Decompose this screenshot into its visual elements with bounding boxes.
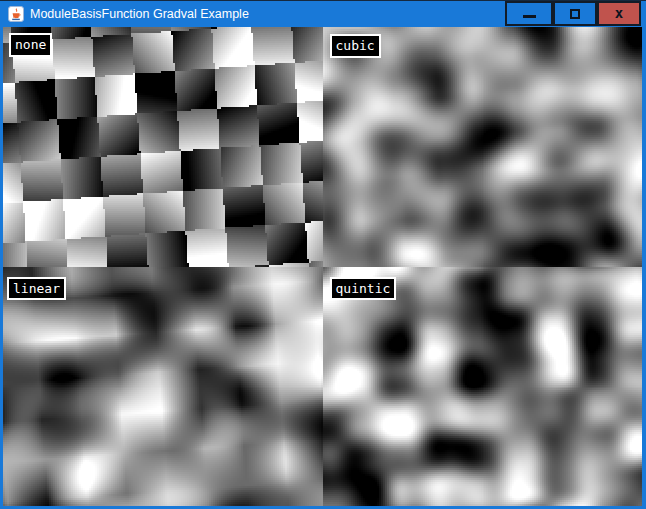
maximize-icon [570,9,580,19]
noise-canvas-linear [3,267,323,507]
noise-canvas-quintic [323,267,643,507]
noise-canvas-none [3,27,323,267]
noise-panel-none: none [3,27,323,267]
noise-canvas-cubic [323,27,643,267]
titlebar[interactable]: ModuleBasisFunction Gradval Example x [0,1,646,27]
window-title: ModuleBasisFunction Gradval Example [30,1,249,27]
app-window: ModuleBasisFunction Gradval Example x no… [0,0,646,509]
close-button[interactable]: x [597,1,641,26]
panel-label-none: none [9,33,52,57]
minimize-icon [523,15,536,18]
panel-label-linear: linear [7,277,66,301]
close-icon: x [615,6,623,20]
panel-label-cubic: cubic [330,34,381,58]
minimize-button[interactable] [505,1,553,26]
panel-label-quintic: quintic [330,277,397,301]
noise-grid: none cubic linear quintic [3,27,642,506]
java-coffee-cup-icon [8,6,24,22]
noise-panel-quintic: quintic [323,267,643,507]
noise-panel-linear: linear [3,267,323,507]
noise-panel-cubic: cubic [323,27,643,267]
maximize-button[interactable] [553,1,597,26]
